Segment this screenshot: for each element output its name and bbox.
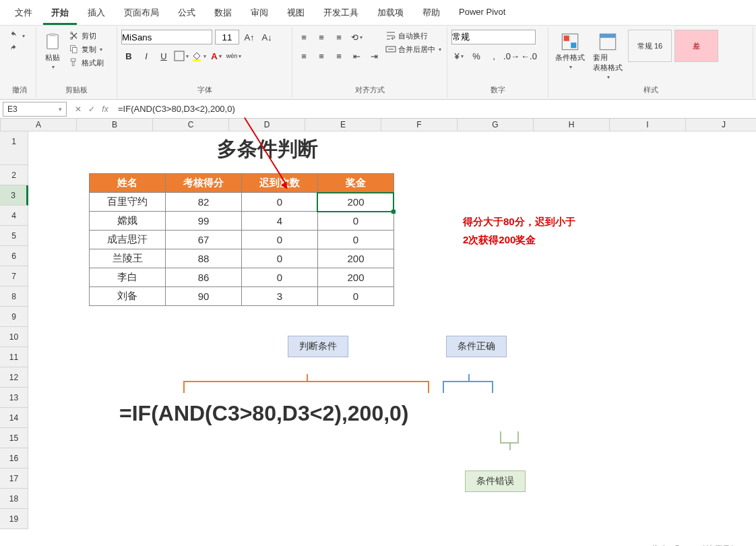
col-header-J[interactable]: J bbox=[686, 119, 756, 131]
font-size-select[interactable] bbox=[215, 30, 239, 44]
align-top-icon[interactable]: ≡ bbox=[296, 30, 311, 44]
bold-button[interactable]: B bbox=[121, 49, 136, 63]
row-header-5[interactable]: 5 bbox=[0, 226, 28, 246]
cell[interactable]: 0 bbox=[242, 193, 318, 212]
cell[interactable]: 兰陵王 bbox=[90, 249, 166, 268]
fx-icon[interactable]: fx bbox=[99, 104, 111, 114]
cell[interactable]: 200 bbox=[318, 249, 394, 268]
cell[interactable]: 86 bbox=[166, 268, 242, 287]
row-header-13[interactable]: 13 bbox=[0, 388, 28, 408]
paste-button[interactable]: 粘贴 bbox=[40, 30, 65, 73]
underline-button[interactable]: U bbox=[156, 49, 171, 63]
font-name-select[interactable] bbox=[121, 30, 212, 44]
tab-layout[interactable]: 页面布局 bbox=[116, 3, 167, 25]
conditional-format-button[interactable]: 条件格式 bbox=[553, 30, 588, 73]
undo-button[interactable] bbox=[7, 30, 26, 42]
cell[interactable]: 成吉思汗 bbox=[90, 231, 166, 249]
border-button[interactable] bbox=[174, 49, 189, 63]
cut-button[interactable]: 剪切 bbox=[67, 30, 105, 42]
row-header-16[interactable]: 16 bbox=[0, 448, 28, 468]
cell[interactable]: 88 bbox=[166, 249, 242, 268]
cell[interactable]: 99 bbox=[166, 212, 242, 231]
cell[interactable]: 67 bbox=[166, 231, 242, 249]
cell[interactable]: 嫦娥 bbox=[90, 212, 166, 231]
indent-dec-icon[interactable]: ⇤ bbox=[349, 49, 364, 63]
col-header-A[interactable]: A bbox=[1, 119, 77, 131]
tab-home[interactable]: 开始 bbox=[43, 3, 77, 25]
tab-data[interactable]: 数据 bbox=[206, 3, 240, 25]
row-header-8[interactable]: 8 bbox=[0, 286, 28, 307]
cell[interactable]: 90 bbox=[166, 287, 242, 306]
col-header-H[interactable]: H bbox=[534, 119, 610, 131]
row-header-7[interactable]: 7 bbox=[0, 266, 28, 286]
tab-dev[interactable]: 开发工具 bbox=[315, 3, 367, 25]
row-header-1[interactable]: 1 bbox=[0, 131, 28, 165]
row-header-9[interactable]: 9 bbox=[0, 307, 28, 327]
tab-insert[interactable]: 插入 bbox=[80, 3, 113, 25]
inc-decimal-icon[interactable]: .0→ bbox=[504, 49, 519, 63]
merge-button[interactable]: 合并后居中 bbox=[384, 43, 443, 55]
col-header-I[interactable]: I bbox=[610, 119, 686, 131]
spreadsheet-grid[interactable]: ABCDEFGHIJ 12345678910111213141516171819… bbox=[0, 119, 756, 546]
cell[interactable]: 0 bbox=[318, 287, 394, 306]
dec-decimal-icon[interactable]: ←.0 bbox=[522, 49, 536, 63]
col-header-G[interactable]: G bbox=[458, 119, 534, 131]
cell[interactable]: 4 bbox=[242, 212, 318, 231]
italic-button[interactable]: I bbox=[139, 49, 154, 63]
cancel-formula-icon[interactable]: ✕ bbox=[72, 104, 84, 114]
currency-icon[interactable]: ¥ bbox=[451, 49, 466, 63]
cell[interactable]: 百里守约 bbox=[90, 193, 166, 212]
cell[interactable]: 李白 bbox=[90, 268, 166, 287]
cell[interactable]: 3 bbox=[242, 287, 318, 306]
row-header-6[interactable]: 6 bbox=[0, 246, 28, 266]
tab-powerpivot[interactable]: Power Pivot bbox=[451, 3, 513, 25]
cell[interactable]: 0 bbox=[242, 249, 318, 268]
align-center-icon[interactable]: ≡ bbox=[314, 49, 329, 63]
cell[interactable]: 200 bbox=[318, 268, 394, 287]
number-format-select[interactable] bbox=[451, 30, 536, 44]
percent-icon[interactable]: % bbox=[469, 49, 484, 63]
decrease-font-icon[interactable]: A↓ bbox=[259, 30, 274, 44]
align-mid-icon[interactable]: ≡ bbox=[314, 30, 329, 44]
cell[interactable]: 0 bbox=[242, 268, 318, 287]
fill-handle[interactable] bbox=[391, 210, 396, 214]
row-header-11[interactable]: 11 bbox=[0, 347, 28, 367]
cell[interactable]: 200 bbox=[318, 193, 394, 212]
cell[interactable]: 刘备 bbox=[90, 287, 166, 306]
row-header-12[interactable]: 12 bbox=[0, 367, 28, 388]
row-header-17[interactable]: 17 bbox=[0, 468, 28, 489]
tab-formulas[interactable]: 公式 bbox=[170, 3, 203, 25]
orientation-icon[interactable]: ⟲ bbox=[349, 30, 364, 44]
align-left-icon[interactable]: ≡ bbox=[296, 49, 311, 63]
tab-addins[interactable]: 加载项 bbox=[369, 3, 412, 25]
cell[interactable]: 82 bbox=[166, 193, 242, 212]
style-chip-bad[interactable]: 差 bbox=[674, 30, 718, 62]
row-header-2[interactable]: 2 bbox=[0, 165, 28, 185]
increase-font-icon[interactable]: A↑ bbox=[242, 30, 257, 44]
tab-file[interactable]: 文件 bbox=[7, 3, 40, 25]
row-header-14[interactable]: 14 bbox=[0, 408, 28, 428]
copy-button[interactable]: 复制 bbox=[67, 43, 105, 55]
comma-icon[interactable]: , bbox=[486, 49, 501, 63]
formula-input[interactable]: =IF(AND(C3>80,D3<2),200,0) bbox=[114, 102, 756, 115]
cell[interactable]: 0 bbox=[242, 231, 318, 249]
accept-formula-icon[interactable]: ✓ bbox=[86, 104, 98, 114]
format-painter-button[interactable]: 格式刷 bbox=[67, 57, 105, 69]
col-header-D[interactable]: D bbox=[229, 119, 305, 131]
align-right-icon[interactable]: ≡ bbox=[332, 49, 346, 63]
row-header-4[interactable]: 4 bbox=[0, 206, 28, 226]
wrap-text-button[interactable]: 自动换行 bbox=[384, 30, 443, 42]
style-chip-normal[interactable]: 常规 16 bbox=[628, 30, 672, 62]
redo-button[interactable] bbox=[7, 43, 26, 55]
col-header-F[interactable]: F bbox=[381, 119, 458, 131]
col-header-C[interactable]: C bbox=[153, 119, 229, 131]
name-box[interactable]: E3▾ bbox=[3, 102, 67, 117]
indent-inc-icon[interactable]: ⇥ bbox=[367, 49, 381, 63]
font-color-button[interactable]: A bbox=[209, 49, 224, 63]
row-header-19[interactable]: 19 bbox=[0, 509, 28, 529]
phonetic-button[interactable]: wén bbox=[226, 49, 241, 63]
fill-color-button[interactable] bbox=[191, 49, 206, 63]
align-bot-icon[interactable]: ≡ bbox=[332, 30, 346, 44]
row-header-15[interactable]: 15 bbox=[0, 428, 28, 448]
tab-help[interactable]: 帮助 bbox=[414, 3, 448, 25]
